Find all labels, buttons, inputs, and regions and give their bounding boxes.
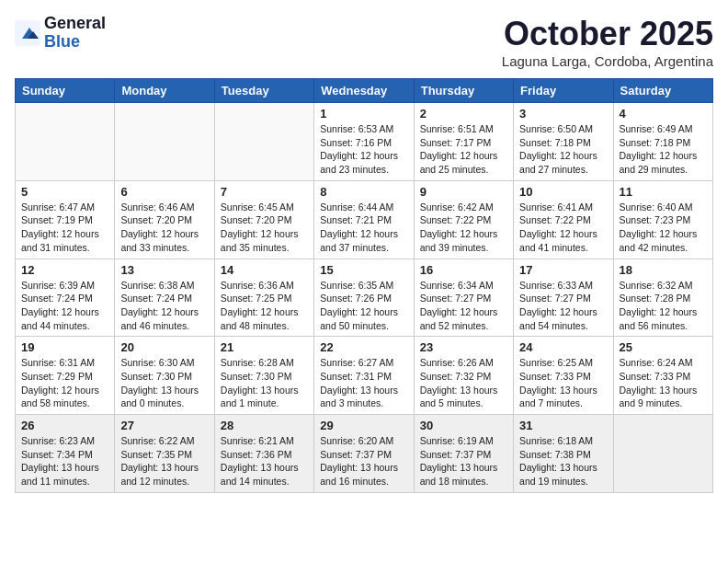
day-number: 21 (221, 340, 308, 354)
day-info: Sunrise: 6:39 AM Sunset: 7:24 PM Dayligh… (21, 279, 108, 333)
day-cell (16, 103, 115, 181)
day-info: Sunrise: 6:25 AM Sunset: 7:33 PM Dayligh… (519, 356, 607, 410)
day-info: Sunrise: 6:40 AM Sunset: 7:23 PM Dayligh… (620, 201, 707, 255)
day-cell: 31Sunrise: 6:18 AM Sunset: 7:38 PM Dayli… (514, 415, 613, 493)
day-cell: 2Sunrise: 6:51 AM Sunset: 7:17 PM Daylig… (414, 103, 513, 181)
day-cell: 21Sunrise: 6:28 AM Sunset: 7:30 PM Dayli… (214, 337, 313, 415)
day-number: 10 (519, 185, 607, 199)
day-info: Sunrise: 6:49 AM Sunset: 7:18 PM Dayligh… (620, 122, 707, 177)
week-row-1: 1Sunrise: 6:53 AM Sunset: 7:16 PM Daylig… (16, 103, 713, 181)
weekday-header-wednesday: Wednesday (314, 79, 414, 103)
day-number: 13 (120, 263, 208, 277)
logo-icon (15, 20, 40, 46)
logo-blue-text: Blue (44, 33, 106, 52)
day-cell: 20Sunrise: 6:30 AM Sunset: 7:30 PM Dayli… (115, 337, 214, 415)
day-number: 3 (519, 107, 607, 121)
day-cell: 29Sunrise: 6:20 AM Sunset: 7:37 PM Dayli… (314, 415, 414, 493)
day-number: 26 (21, 419, 108, 432)
day-info: Sunrise: 6:45 AM Sunset: 7:20 PM Dayligh… (221, 201, 308, 255)
weekday-header-thursday: Thursday (414, 79, 513, 103)
day-cell: 25Sunrise: 6:24 AM Sunset: 7:33 PM Dayli… (613, 337, 712, 415)
day-cell: 7Sunrise: 6:45 AM Sunset: 7:20 PM Daylig… (214, 180, 313, 259)
day-number: 4 (620, 107, 707, 121)
day-cell: 30Sunrise: 6:19 AM Sunset: 7:37 PM Dayli… (414, 415, 513, 493)
day-number: 14 (221, 263, 308, 277)
day-number: 16 (420, 263, 507, 277)
day-number: 23 (420, 340, 507, 354)
day-number: 2 (420, 107, 507, 121)
location: Laguna Larga, Cordoba, Argentina (502, 53, 713, 69)
day-cell (613, 415, 712, 493)
day-number: 7 (221, 185, 308, 199)
week-row-4: 19Sunrise: 6:31 AM Sunset: 7:29 PM Dayli… (16, 337, 713, 415)
day-cell: 5Sunrise: 6:47 AM Sunset: 7:19 PM Daylig… (16, 180, 115, 259)
day-number: 6 (120, 185, 208, 199)
day-cell: 15Sunrise: 6:35 AM Sunset: 7:26 PM Dayli… (314, 259, 414, 337)
day-number: 11 (620, 185, 707, 199)
day-number: 31 (519, 419, 607, 432)
calendar: SundayMondayTuesdayWednesdayThursdayFrid… (15, 78, 713, 493)
day-number: 17 (519, 263, 607, 277)
day-cell: 18Sunrise: 6:32 AM Sunset: 7:28 PM Dayli… (613, 259, 712, 337)
day-info: Sunrise: 6:26 AM Sunset: 7:32 PM Dayligh… (420, 356, 507, 410)
day-info: Sunrise: 6:53 AM Sunset: 7:16 PM Dayligh… (320, 122, 407, 177)
day-number: 20 (120, 340, 208, 354)
day-info: Sunrise: 6:18 AM Sunset: 7:38 PM Dayligh… (519, 434, 607, 488)
day-number: 12 (21, 263, 108, 277)
day-number: 28 (221, 419, 308, 432)
day-cell: 8Sunrise: 6:44 AM Sunset: 7:21 PM Daylig… (314, 180, 414, 259)
day-number: 27 (120, 419, 208, 432)
day-info: Sunrise: 6:31 AM Sunset: 7:29 PM Dayligh… (21, 356, 108, 410)
day-number: 1 (320, 107, 407, 121)
day-number: 18 (620, 263, 707, 277)
title-area: October 2025 Laguna Larga, Cordoba, Arge… (502, 15, 713, 69)
day-info: Sunrise: 6:21 AM Sunset: 7:36 PM Dayligh… (221, 434, 308, 488)
day-cell: 26Sunrise: 6:23 AM Sunset: 7:34 PM Dayli… (16, 415, 115, 493)
day-info: Sunrise: 6:42 AM Sunset: 7:22 PM Dayligh… (420, 201, 507, 255)
day-cell: 16Sunrise: 6:34 AM Sunset: 7:27 PM Dayli… (414, 259, 513, 337)
day-info: Sunrise: 6:47 AM Sunset: 7:19 PM Dayligh… (21, 201, 108, 255)
weekday-header-saturday: Saturday (613, 79, 712, 103)
day-info: Sunrise: 6:24 AM Sunset: 7:33 PM Dayligh… (620, 356, 707, 410)
month-title: October 2025 (502, 15, 713, 53)
weekday-header-friday: Friday (514, 79, 613, 103)
day-cell: 27Sunrise: 6:22 AM Sunset: 7:35 PM Dayli… (115, 415, 214, 493)
day-number: 22 (320, 340, 407, 354)
day-cell: 13Sunrise: 6:38 AM Sunset: 7:24 PM Dayli… (115, 259, 214, 337)
day-number: 9 (420, 185, 507, 199)
day-info: Sunrise: 6:38 AM Sunset: 7:24 PM Dayligh… (120, 279, 208, 333)
day-info: Sunrise: 6:19 AM Sunset: 7:37 PM Dayligh… (420, 434, 507, 488)
day-cell (214, 103, 313, 181)
day-cell: 12Sunrise: 6:39 AM Sunset: 7:24 PM Dayli… (16, 259, 115, 337)
day-info: Sunrise: 6:20 AM Sunset: 7:37 PM Dayligh… (320, 434, 407, 488)
day-info: Sunrise: 6:50 AM Sunset: 7:18 PM Dayligh… (519, 122, 607, 177)
day-info: Sunrise: 6:22 AM Sunset: 7:35 PM Dayligh… (120, 434, 208, 488)
day-number: 8 (320, 185, 407, 199)
day-info: Sunrise: 6:35 AM Sunset: 7:26 PM Dayligh… (320, 279, 407, 333)
day-cell: 4Sunrise: 6:49 AM Sunset: 7:18 PM Daylig… (613, 103, 712, 181)
day-info: Sunrise: 6:41 AM Sunset: 7:22 PM Dayligh… (519, 201, 607, 255)
week-row-5: 26Sunrise: 6:23 AM Sunset: 7:34 PM Dayli… (16, 415, 713, 493)
weekday-header-row: SundayMondayTuesdayWednesdayThursdayFrid… (16, 79, 713, 103)
day-cell: 14Sunrise: 6:36 AM Sunset: 7:25 PM Dayli… (214, 259, 313, 337)
day-cell: 1Sunrise: 6:53 AM Sunset: 7:16 PM Daylig… (314, 103, 414, 181)
day-info: Sunrise: 6:27 AM Sunset: 7:31 PM Dayligh… (320, 356, 407, 410)
day-cell: 22Sunrise: 6:27 AM Sunset: 7:31 PM Dayli… (314, 337, 414, 415)
day-cell: 24Sunrise: 6:25 AM Sunset: 7:33 PM Dayli… (514, 337, 613, 415)
day-info: Sunrise: 6:28 AM Sunset: 7:30 PM Dayligh… (221, 356, 308, 410)
day-info: Sunrise: 6:44 AM Sunset: 7:21 PM Dayligh… (320, 201, 407, 255)
weekday-header-monday: Monday (115, 79, 214, 103)
day-cell: 23Sunrise: 6:26 AM Sunset: 7:32 PM Dayli… (414, 337, 513, 415)
day-cell: 6Sunrise: 6:46 AM Sunset: 7:20 PM Daylig… (115, 180, 214, 259)
day-info: Sunrise: 6:36 AM Sunset: 7:25 PM Dayligh… (221, 279, 308, 333)
week-row-3: 12Sunrise: 6:39 AM Sunset: 7:24 PM Dayli… (16, 259, 713, 337)
logo: General Blue (15, 15, 106, 52)
day-cell: 9Sunrise: 6:42 AM Sunset: 7:22 PM Daylig… (414, 180, 513, 259)
day-number: 29 (320, 419, 407, 432)
day-number: 30 (420, 419, 507, 432)
weekday-header-tuesday: Tuesday (214, 79, 313, 103)
logo-general-text: General (44, 15, 106, 33)
day-info: Sunrise: 6:51 AM Sunset: 7:17 PM Dayligh… (420, 122, 507, 177)
day-number: 19 (21, 340, 108, 354)
day-info: Sunrise: 6:34 AM Sunset: 7:27 PM Dayligh… (420, 279, 507, 333)
